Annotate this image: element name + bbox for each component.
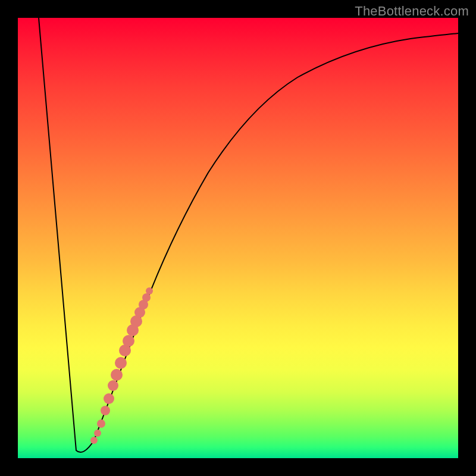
curve-marker bbox=[111, 369, 123, 381]
marker-group bbox=[90, 287, 153, 444]
curve-marker bbox=[97, 419, 105, 428]
curve-marker bbox=[108, 380, 118, 391]
curve-marker bbox=[101, 406, 110, 415]
watermark-text: TheBottleneck.com bbox=[355, 4, 469, 19]
bottleneck-curve bbox=[39, 18, 458, 452]
curve-marker bbox=[142, 293, 151, 302]
curve-marker bbox=[115, 357, 127, 369]
curve-marker bbox=[90, 437, 98, 444]
curve-marker bbox=[104, 393, 114, 404]
curve-marker bbox=[123, 335, 134, 347]
chart-frame: TheBottleneck.com bbox=[0, 0, 476, 476]
plot-area bbox=[18, 18, 458, 458]
curve-marker bbox=[146, 287, 153, 295]
chart-svg bbox=[18, 18, 458, 458]
curve-marker bbox=[94, 430, 101, 437]
